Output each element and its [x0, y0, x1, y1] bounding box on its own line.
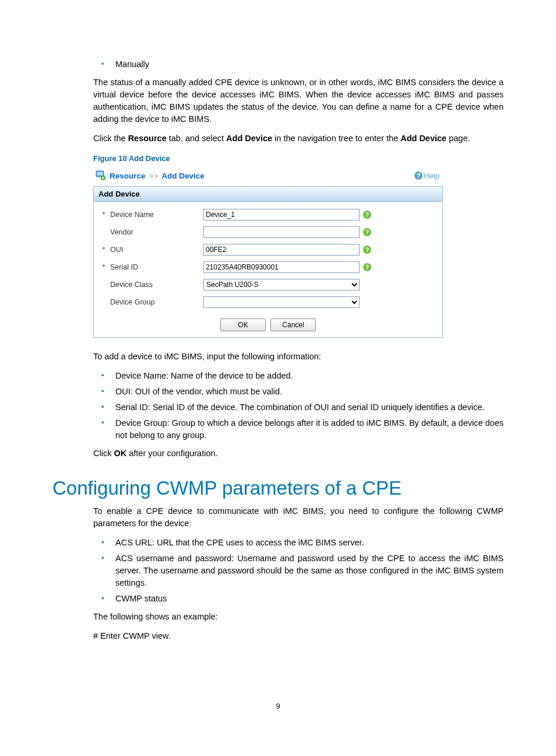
breadcrumb-leaf: Add Device	[161, 172, 205, 180]
breadcrumb-root[interactable]: Resource	[110, 172, 146, 180]
select-device-group[interactable]	[203, 296, 360, 308]
info-icon[interactable]: ?	[363, 211, 371, 219]
click-ok-text-2: after your configuration.	[126, 449, 217, 458]
input-vendor[interactable]	[203, 226, 360, 238]
click-ok-text-1: Click	[93, 449, 114, 458]
text-click-1: Click the	[93, 134, 128, 143]
cancel-button[interactable]: Cancel	[270, 318, 316, 331]
label-vendor: Vendor	[108, 228, 203, 236]
ok-button[interactable]: OK	[220, 318, 266, 331]
text-click-2: tab, and select	[167, 134, 226, 143]
paragraph-status: The status of a manually added CPE devic…	[93, 76, 504, 125]
required-marker: *	[100, 246, 108, 254]
panel-actions: OK Cancel	[94, 315, 442, 337]
required-marker: *	[100, 211, 108, 219]
bullet-device-name: Device Name: Name of the device to be ad…	[93, 370, 504, 382]
row-serial-id: * Serial ID ?	[100, 261, 437, 273]
page-number: 9	[0, 702, 556, 710]
breadcrumb-separator: >>	[149, 172, 159, 180]
click-ok-bold: OK	[114, 449, 126, 458]
bold-add-device-2: Add Device	[400, 134, 446, 143]
bullet-cwmp-status: CWMP status	[93, 593, 504, 605]
input-oui[interactable]	[203, 244, 360, 256]
bullet-oui: OUI: OUI of the vendor, which must be va…	[93, 386, 504, 398]
add-device-panel: Add Device * Device Name ? Vendor ?	[93, 186, 443, 338]
row-device-name: * Device Name ?	[100, 209, 437, 220]
help-label: Help	[424, 172, 439, 180]
row-vendor: Vendor ?	[100, 226, 437, 238]
help-link[interactable]: ? Help	[414, 172, 439, 180]
panel-title: Add Device	[94, 187, 442, 202]
label-serial-id: Serial ID	[108, 263, 203, 271]
input-device-name[interactable]	[203, 209, 360, 220]
label-oui: OUI	[108, 246, 203, 254]
paragraph-click-resource: Click the Resource tab, and select Add D…	[93, 132, 504, 145]
breadcrumb: Resource >> Add Device	[94, 170, 205, 181]
bullet-device-group: Device Group: Group to which a device be…	[93, 417, 504, 442]
select-device-class[interactable]: SecPath U200-S	[203, 279, 360, 290]
bullet-acs-url: ACS URL: URL that the CPE uses to access…	[93, 537, 504, 549]
label-device-name: Device Name	[108, 211, 203, 219]
text-click-3: in the navigation tree to enter the	[272, 134, 400, 143]
cwmp-intro: To enable a CPE device to communicate wi…	[93, 505, 504, 530]
svg-rect-1	[97, 172, 103, 175]
example-line: The following shows an example:	[93, 611, 504, 623]
input-serial-id[interactable]	[203, 261, 360, 273]
text-click-4: page.	[446, 134, 470, 143]
help-icon: ?	[414, 172, 423, 180]
row-oui: * OUI ?	[100, 244, 437, 256]
bold-add-device-1: Add Device	[226, 134, 272, 143]
label-device-class: Device Class	[108, 281, 203, 289]
bullet-manually: Manually	[93, 58, 504, 71]
after-intro-line: To add a device to iMC BIMS, input the f…	[93, 351, 504, 363]
info-icon[interactable]: ?	[363, 246, 371, 254]
figure-caption: Figure 10 Add Device	[93, 154, 504, 163]
label-device-group: Device Group	[108, 298, 203, 306]
required-marker: *	[100, 263, 108, 271]
heading-configuring-cwmp: Configuring CWMP parameters of a CPE	[52, 477, 504, 499]
row-device-group: Device Group	[100, 296, 437, 308]
enter-cwmp-view: # Enter CWMP view.	[93, 630, 504, 642]
bullet-serial-id: Serial ID: Serial ID of the device. The …	[93, 401, 504, 414]
bullet-acs-credentials: ACS username and password: Username and …	[93, 552, 504, 589]
add-device-screenshot: Resource >> Add Device ? Help Add Device…	[93, 166, 443, 338]
resource-icon	[94, 170, 106, 181]
info-icon[interactable]: ?	[363, 263, 371, 271]
info-icon[interactable]: ?	[363, 228, 371, 236]
bold-resource: Resource	[128, 134, 167, 143]
click-ok-line: Click OK after your configuration.	[93, 447, 504, 460]
row-device-class: Device Class SecPath U200-S	[100, 279, 437, 290]
